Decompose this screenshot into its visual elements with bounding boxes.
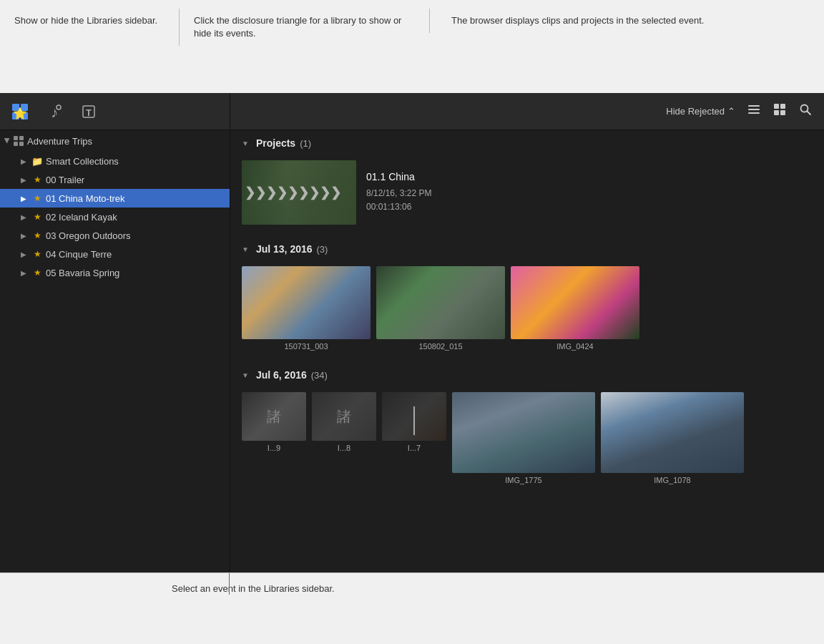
project-duration: 00:01:13:06 — [366, 200, 813, 214]
toolbar-left: ⭐ ♪ T — [0, 93, 230, 130]
trailer-label: 00 Trailer — [46, 175, 224, 185]
library-header-row[interactable]: ▶ Adventure Trips — [0, 130, 230, 152]
clip-item-i8[interactable]: 諸 I...8 — [312, 392, 376, 484]
titles-icon[interactable]: T — [77, 100, 100, 123]
bottom-annotation: Select an event in the Libraries sidebar… — [0, 572, 824, 644]
annotation-middle: Click the disclosure triangle for a libr… — [179, 9, 429, 46]
annotation-area: Show or hide the Libraries sidebar. Clic… — [0, 0, 824, 93]
hide-rejected-label: Hide Rejected — [666, 106, 725, 117]
app-container: ⭐ ♪ T Hide Rejected ⌃ — [0, 93, 824, 572]
jul6-clips-grid: 諸 I...9 諸 I...8 I...7 — [230, 386, 824, 496]
bottom-callout-line — [229, 573, 230, 595]
clip-thumbnail-150731 — [242, 266, 371, 339]
jul13-clips-grid: 150731_003 150802_015 IMG_0424 — [230, 260, 824, 362]
sidebar-item-01-china[interactable]: ▶ ★ 01 China Moto-trek — [0, 189, 230, 208]
projects-section-header[interactable]: ▼ Projects (1) — [230, 130, 824, 155]
trailer-disclosure[interactable]: ▶ — [19, 175, 29, 185]
projects-section: ❯❯❯❯❯❯❯❯❯ 01.1 China 8/12/16, 3:22 PM 00… — [230, 155, 824, 236]
clip-thumbnail-i8: 諸 — [312, 392, 376, 441]
clip-thumbnail-img1078 — [601, 392, 744, 473]
projects-disclosure-icon[interactable]: ▼ — [242, 140, 249, 147]
cinque-disclosure[interactable]: ▶ — [19, 249, 29, 259]
jul13-count: (3) — [317, 244, 328, 255]
jul6-section-header[interactable]: ▼ Jul 6, 2016 (34) — [230, 362, 824, 386]
svg-text:T: T — [86, 107, 92, 118]
clip-item-i7[interactable]: I...7 — [382, 392, 446, 484]
sidebar-item-03-oregon[interactable]: ▶ ★ 03 Oregon Outdoors — [0, 226, 230, 245]
clip-thumbnail-i7 — [382, 392, 446, 441]
list-view-icon[interactable] — [747, 102, 761, 120]
sidebar-item-smart-collections[interactable]: ▶ 📁 Smart Collections — [0, 152, 230, 170]
bottom-annotation-text: Select an event in the Libraries sidebar… — [172, 582, 335, 596]
sidebar-item-04-cinque[interactable]: ▶ ★ 04 Cinque Terre — [0, 245, 230, 263]
clip-label-150802: 150802_015 — [418, 342, 462, 351]
annotation-middle-text: Click the disclosure triangle for a libr… — [194, 15, 401, 39]
jul13-disclosure-icon[interactable]: ▼ — [242, 245, 249, 253]
svg-rect-12 — [774, 104, 779, 109]
svg-rect-21 — [19, 142, 24, 146]
svg-line-17 — [808, 112, 811, 115]
jul6-count: (34) — [311, 370, 328, 381]
library-disclosure-button[interactable]: ▶ — [3, 136, 13, 146]
iceland-disclosure[interactable]: ▶ — [19, 212, 29, 222]
smart-collections-label: Smart Collections — [46, 156, 224, 167]
clip-label-i9: I...9 — [268, 444, 280, 452]
oregon-disclosure[interactable]: ▶ — [19, 230, 29, 240]
star-icon-bavaria: ★ — [31, 267, 43, 278]
clip-item-img0424[interactable]: IMG_0424 — [511, 266, 639, 351]
music-icon[interactable]: ♪ — [43, 100, 66, 123]
star-icon-china: ★ — [31, 192, 43, 204]
clip-item-150802[interactable]: 150802_015 — [376, 266, 505, 351]
hide-rejected-button[interactable]: Hide Rejected ⌃ — [666, 106, 735, 117]
toolbar: ⭐ ♪ T Hide Rejected ⌃ — [0, 93, 824, 130]
clip-thumbnail-i9: 諸 — [242, 392, 306, 441]
oregon-label: 03 Oregon Outdoors — [46, 230, 224, 241]
svg-rect-19 — [19, 136, 24, 140]
star-icon-oregon: ★ — [31, 230, 43, 241]
annotation-left: Show or hide the Libraries sidebar. — [0, 9, 179, 33]
clip-item-img1775[interactable]: IMG_1775 — [452, 392, 595, 484]
projects-count: (1) — [300, 138, 311, 149]
clip-label-i7: I...7 — [408, 444, 421, 452]
search-icon[interactable] — [798, 102, 813, 120]
libraries-icon[interactable]: ⭐ — [9, 100, 31, 123]
annotation-left-text: Show or hide the Libraries sidebar. — [14, 15, 157, 26]
svg-rect-9 — [748, 105, 760, 107]
clip-label-img0424: IMG_0424 — [556, 342, 593, 351]
project-title: 01.1 China — [366, 171, 813, 182]
bavaria-label: 05 Bavaria Spring — [46, 268, 224, 278]
toolbar-right: Hide Rejected ⌃ — [230, 93, 824, 130]
sidebar-item-02-iceland[interactable]: ▶ ★ 02 Iceland Kayak — [0, 208, 230, 226]
projects-label: Projects — [256, 137, 295, 149]
main-content: ▶ Adventure Trips ▶ 📁 Smart Collections — [0, 130, 824, 572]
svg-rect-20 — [14, 142, 18, 146]
svg-rect-15 — [780, 110, 785, 115]
clip-label-img1775: IMG_1775 — [505, 476, 541, 484]
smart-collections-disclosure[interactable]: ▶ — [19, 156, 29, 166]
clip-label-i8: I...8 — [338, 444, 350, 452]
folder-icon: 📁 — [31, 155, 43, 167]
annotation-right: The browser displays clips and projects … — [429, 9, 824, 33]
clip-item-img1078[interactable]: IMG_1078 — [601, 392, 744, 484]
bavaria-disclosure[interactable]: ▶ — [19, 268, 29, 278]
clip-item-i9[interactable]: 諸 I...9 — [242, 392, 306, 484]
svg-rect-13 — [780, 104, 785, 109]
clip-thumbnail-img1775 — [452, 392, 595, 473]
jul6-label: Jul 6, 2016 — [256, 369, 307, 381]
cinque-label: 04 Cinque Terre — [46, 249, 224, 260]
china-disclosure[interactable]: ▶ — [19, 193, 29, 203]
clip-label-img1078: IMG_1078 — [654, 476, 690, 484]
annotation-right-text: The browser displays clips and projects … — [451, 15, 704, 26]
sidebar-item-00-trailer[interactable]: ▶ ★ 00 Trailer — [0, 170, 230, 189]
jul13-section-header[interactable]: ▼ Jul 13, 2016 (3) — [230, 236, 824, 260]
grid-view-icon[interactable] — [772, 102, 787, 120]
browser: ▼ Projects (1) ❯❯❯❯❯❯❯❯❯ — [230, 130, 824, 572]
library-grid-icon — [13, 135, 24, 147]
clip-item-150731[interactable]: 150731_003 — [242, 266, 371, 351]
project-item[interactable]: ❯❯❯❯❯❯❯❯❯ 01.1 China 8/12/16, 3:22 PM 00… — [242, 160, 813, 225]
project-info: 01.1 China 8/12/16, 3:22 PM 00:01:13:06 — [366, 171, 813, 214]
svg-text:⭐: ⭐ — [13, 107, 27, 120]
jul6-disclosure-icon[interactable]: ▼ — [242, 371, 249, 379]
sidebar-item-05-bavaria[interactable]: ▶ ★ 05 Bavaria Spring — [0, 263, 230, 282]
library-name: Adventure Trips — [27, 136, 227, 147]
